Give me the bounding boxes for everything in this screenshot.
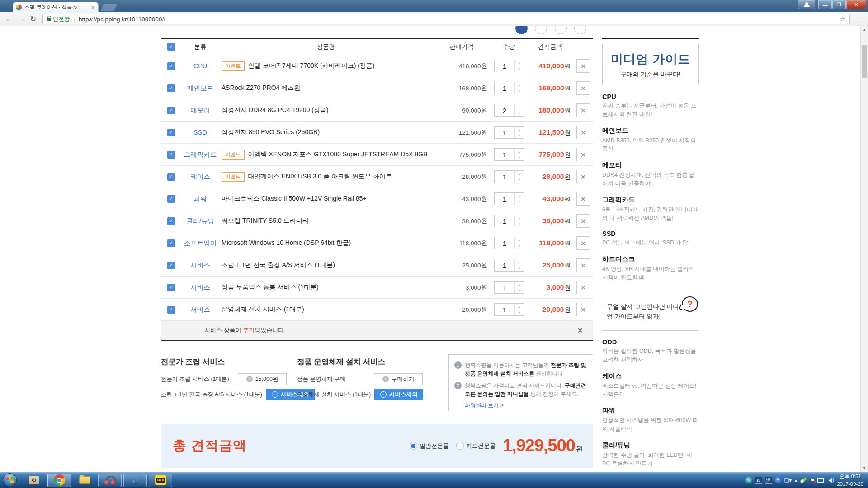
select-all-checkbox[interactable]: ✓ [167, 43, 175, 51]
guide-item[interactable]: 파워안정적인 시스템을 위한 500~600W 파워 서플라이 [602, 406, 699, 433]
qty-decrease-icon[interactable]: ▼ [515, 88, 524, 94]
step-circle-2[interactable] [535, 26, 547, 34]
reload-icon[interactable]: ↻ [27, 14, 39, 24]
category-link[interactable]: 서비스 [190, 305, 210, 314]
remove-row-button[interactable]: ✕ [576, 170, 590, 183]
ime-toolbar-icon[interactable]: ❏▾ [784, 477, 792, 483]
guide-item-title[interactable]: 메인보드 [602, 127, 699, 135]
quantity-stepper[interactable]: 1▲▼ [494, 82, 524, 94]
taskbar-explorer[interactable] [73, 474, 96, 487]
quantity-stepper[interactable]: 1▲▼ [494, 126, 524, 139]
guide-item[interactable]: 하드디스크4K 영상, VR 시대를 대비하는 합리적 선택이 필요할 때 [602, 255, 699, 282]
category-link[interactable]: 그래픽카드 [184, 150, 217, 159]
remove-row-button[interactable]: ✕ [576, 59, 590, 73]
row-checkbox[interactable]: ✓ [167, 306, 175, 314]
action-center-flag-icon[interactable]: ⚑✖ [810, 477, 815, 483]
taskbar-clock[interactable]: 오후 8:51 2017-09-20 [837, 473, 863, 487]
guide-item[interactable]: SSDPC 성능 버프에는 역시 'SSD'가 답! [602, 230, 699, 247]
secure-label[interactable]: 안전함 [53, 15, 70, 23]
tab-close-icon[interactable]: ✕ [91, 5, 95, 11]
quantity-stepper[interactable]: 1▲▼ [494, 259, 524, 272]
volume-icon[interactable] [826, 478, 832, 483]
profile-button[interactable] [798, 0, 815, 9]
taskbar-audio-app[interactable] [98, 474, 122, 487]
guide-item[interactable]: 쿨러/튜닝강력한 수냉 쿨러, 화려한 LED팬. 내 PC 특별하게 만들기 [602, 441, 699, 468]
qty-decrease-icon[interactable]: ▼ [515, 287, 524, 293]
category-link[interactable]: 서비스 [190, 283, 210, 292]
category-link[interactable]: CPU [193, 62, 208, 70]
row-checkbox[interactable]: ✓ [167, 195, 175, 203]
category-link[interactable]: 서비스 [190, 261, 210, 270]
qty-decrease-icon[interactable]: ▼ [515, 221, 524, 227]
guide-item-title[interactable]: CPU [602, 93, 699, 100]
quantity-stepper[interactable]: 1▲▼ [494, 215, 524, 227]
remove-row-button[interactable]: ✕ [576, 281, 590, 294]
qty-decrease-icon[interactable]: ▼ [515, 265, 524, 271]
quantity-stepper[interactable]: 1▲▼ [494, 170, 524, 183]
qty-decrease-icon[interactable]: ▼ [515, 66, 524, 72]
ime-help-icon[interactable]: ? [775, 477, 782, 483]
row-checkbox[interactable]: ✓ [167, 173, 175, 181]
remove-row-button[interactable]: ✕ [576, 148, 590, 161]
quantity-stepper[interactable]: 2▲▼ [494, 104, 524, 117]
qty-decrease-icon[interactable]: ▼ [515, 177, 524, 183]
antivirus-pill-icon[interactable] [800, 476, 808, 483]
category-link[interactable]: 케이스 [190, 173, 210, 181]
row-checkbox[interactable]: ✓ [167, 239, 175, 247]
quantity-stepper[interactable]: 1▲▼ [494, 60, 524, 72]
qty-increase-icon[interactable]: ▲ [515, 259, 524, 265]
show-hidden-icons[interactable]: ▴ [794, 477, 797, 483]
guide-item[interactable]: ODD아직은 필요한 ODD, 목적과 활용성을 고려해 선택하자 [602, 338, 699, 364]
ime-hanja-icon[interactable]: 漢 [765, 477, 772, 484]
radio-card-mall[interactable]: 카드전문몰 [456, 442, 495, 450]
remove-row-button[interactable]: ✕ [576, 103, 590, 117]
row-checkbox[interactable]: ✓ [167, 129, 175, 136]
close-button[interactable]: ✕ [846, 0, 866, 9]
qty-increase-icon[interactable]: ▲ [515, 193, 524, 199]
browser-tab[interactable]: 쇼핑 큐레이션 · 행복쇼 ✕ [13, 2, 99, 13]
guide-item[interactable]: 케이스베스트셀러 vs. 따끈따끈 신상 케이스! 선택은? [602, 372, 699, 399]
remove-row-button[interactable]: ✕ [576, 236, 590, 250]
quantity-stepper[interactable]: 1▲▼ [494, 192, 524, 205]
guide-item-title[interactable]: 파워 [602, 406, 699, 415]
guide-item-title[interactable]: 메모리 [602, 161, 699, 169]
category-link[interactable]: 메인보드 [187, 84, 213, 93]
qty-increase-icon[interactable]: ▲ [515, 127, 524, 132]
qty-decrease-icon[interactable]: ▼ [515, 199, 524, 205]
row-checkbox[interactable]: ✓ [167, 284, 175, 291]
quantity-stepper[interactable]: 1▲▼ [494, 281, 524, 294]
qty-decrease-icon[interactable]: ▼ [515, 243, 524, 249]
scrollbar-thumb[interactable] [862, 45, 867, 78]
category-link[interactable]: 소프트웨어 [184, 239, 217, 248]
qty-increase-icon[interactable]: ▲ [515, 282, 524, 287]
remove-row-button[interactable]: ✕ [576, 126, 590, 139]
remove-row-button[interactable]: ✕ [576, 214, 590, 228]
notice-close-icon[interactable]: ✕ [577, 326, 583, 335]
qty-increase-icon[interactable]: ▲ [515, 60, 524, 66]
ime-english-icon[interactable]: A [755, 477, 762, 484]
taskbar-chrome[interactable] [47, 474, 71, 487]
secure-lock-icon[interactable] [47, 18, 51, 21]
guide-item-title[interactable]: 그래픽카드 [602, 196, 699, 204]
row-checkbox[interactable]: ✓ [167, 107, 175, 114]
browser-menu-icon[interactable]: ⋮ [854, 15, 864, 23]
scroll-down-icon[interactable]: ▼ [861, 466, 868, 470]
qty-increase-icon[interactable]: ▲ [515, 104, 524, 110]
url-text[interactable]: https://pc.pping.kr/1011000000# [79, 16, 836, 23]
qty-decrease-icon[interactable]: ▼ [515, 155, 524, 160]
radio-general-mall[interactable]: 일반전문몰 [410, 442, 449, 450]
new-tab-button[interactable] [101, 4, 118, 11]
bookmark-star-icon[interactable]: ☆ [840, 15, 846, 23]
os-buy-button[interactable]: +구매하기 [374, 373, 423, 385]
qty-increase-icon[interactable]: ▲ [515, 82, 524, 88]
qty-increase-icon[interactable]: ▲ [515, 304, 524, 310]
guide-item[interactable]: 메모리DDR4 전성시대, 선택의 폭도 한층 넓어져 더욱 신중해야 [602, 161, 699, 188]
quantity-stepper[interactable]: 1▲▼ [494, 303, 524, 316]
step-circle-3[interactable] [555, 26, 567, 34]
row-checkbox[interactable]: ✓ [167, 217, 175, 225]
step-circle-1[interactable] [515, 26, 528, 34]
guide-item-title[interactable]: 쿨러/튜닝 [602, 441, 699, 450]
guide-item[interactable]: CPU진짜 승부는 지금부터, 가성비 높은 프로세서의 한판 대결! [602, 93, 699, 119]
guide-item-title[interactable]: ODD [602, 338, 699, 346]
taskbar-internet-explorer[interactable]: e [123, 474, 147, 487]
